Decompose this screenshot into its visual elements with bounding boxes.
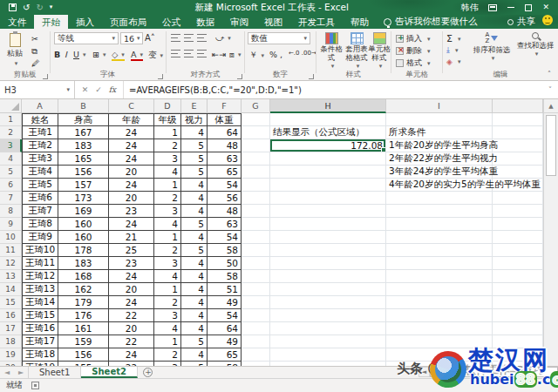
column-header-G[interactable]: G xyxy=(242,99,270,113)
fill-button[interactable]: ⤓▾ xyxy=(446,45,459,55)
orientation-icon[interactable]: ⤻▾ xyxy=(215,33,231,44)
cell[interactable]: 4 xyxy=(154,270,181,283)
cell[interactable]: 王琦15 xyxy=(22,309,58,322)
cell[interactable]: 身高 xyxy=(58,113,109,126)
scroll-up-icon[interactable]: ▲ xyxy=(544,99,558,113)
cell[interactable]: 54 xyxy=(208,309,242,322)
row-header-8[interactable]: 8 xyxy=(0,205,22,218)
cell[interactable]: 1 xyxy=(154,231,181,244)
cell-condition[interactable]: 3年龄24岁的学生平均体重 xyxy=(386,166,493,179)
cell[interactable] xyxy=(242,179,270,192)
cell-condition[interactable]: 4年龄20岁的实力5的学生的平均体重 xyxy=(386,179,493,192)
align-middle-icon[interactable] xyxy=(184,34,194,42)
cell[interactable]: 24 xyxy=(109,270,154,283)
cell[interactable] xyxy=(493,126,543,139)
cell[interactable] xyxy=(242,335,270,348)
spreadsheet-grid[interactable]: ABCDEFGHI1姓名身高年龄年级视力体重2王琦1167241464结果显示（… xyxy=(0,99,543,366)
align-right-icon[interactable] xyxy=(197,50,207,57)
cell[interactable] xyxy=(493,257,543,270)
cell[interactable]: 156 xyxy=(58,166,109,179)
cell[interactable]: 2 xyxy=(154,348,181,362)
cell[interactable]: 姓名 xyxy=(22,113,58,126)
number-format-select[interactable]: 数值▾ xyxy=(248,32,310,44)
clipboard-dialog-launcher[interactable] xyxy=(43,74,48,79)
cell[interactable]: 64 xyxy=(208,126,242,139)
cell[interactable] xyxy=(270,244,386,257)
share-button[interactable]: 共享 xyxy=(507,15,542,29)
cell[interactable]: 24 xyxy=(109,348,154,362)
cell[interactable]: 4 xyxy=(154,166,181,179)
cell[interactable]: 162 xyxy=(58,283,109,296)
cell[interactable]: 169 xyxy=(58,205,109,218)
row-header-7[interactable]: 7 xyxy=(0,192,22,205)
sheet-nav-right-icon[interactable]: ► xyxy=(14,367,28,378)
column-header-D[interactable]: D xyxy=(154,99,181,113)
format-painter-icon[interactable]: 🖉 xyxy=(31,58,40,68)
align-left-icon[interactable] xyxy=(171,50,180,57)
align-top-icon[interactable] xyxy=(171,34,180,42)
cell[interactable]: 1 xyxy=(154,126,181,139)
cell[interactable] xyxy=(493,335,543,348)
cell[interactable]: 1 xyxy=(154,179,181,192)
cell[interactable] xyxy=(270,257,386,270)
tab-ribbon-1[interactable]: 开始 xyxy=(34,15,68,29)
cell[interactable] xyxy=(242,113,270,126)
cell[interactable]: 48 xyxy=(208,205,242,218)
cell[interactable]: 5 xyxy=(181,218,208,231)
row-header-12[interactable]: 12 xyxy=(0,257,22,270)
cell[interactable]: 20 xyxy=(109,322,154,335)
cell[interactable]: 63 xyxy=(208,218,242,231)
cell[interactable]: 24 xyxy=(109,179,154,192)
cell[interactable]: 58 xyxy=(208,244,242,257)
collapse-ribbon-icon[interactable]: ˄ xyxy=(548,71,551,78)
cell[interactable]: 49 xyxy=(208,296,242,309)
horizontal-scrollbar[interactable]: ◄ xyxy=(418,367,558,377)
cell[interactable] xyxy=(270,335,386,348)
cell[interactable] xyxy=(386,113,493,126)
row-header-18[interactable]: 18 xyxy=(0,335,22,348)
vertical-scroll-thumb[interactable] xyxy=(546,115,556,176)
redo-icon[interactable]: ↻ xyxy=(36,3,43,12)
copy-icon[interactable]: ⧉ xyxy=(31,46,37,57)
cell[interactable]: 22 xyxy=(109,309,154,322)
cell[interactable] xyxy=(386,231,493,244)
cell[interactable]: 24 xyxy=(109,218,154,231)
cell[interactable]: 王琦1 xyxy=(22,126,58,139)
cell[interactable]: 5 xyxy=(181,166,208,179)
cell[interactable]: 4 xyxy=(181,126,208,139)
column-header-H[interactable]: H xyxy=(270,99,386,113)
cell[interactable] xyxy=(242,322,270,335)
cell[interactable]: 视力 xyxy=(181,113,208,126)
cell[interactable]: 王琦7 xyxy=(22,205,58,218)
row-header-19[interactable]: 19 xyxy=(0,348,22,362)
cell[interactable] xyxy=(270,205,386,218)
cell-result-label[interactable]: 结果显示（公式区域） xyxy=(270,126,386,139)
cell[interactable] xyxy=(386,270,493,283)
macro-record-icon[interactable] xyxy=(31,382,39,389)
minimize-button[interactable] xyxy=(507,7,514,8)
cell[interactable] xyxy=(493,113,543,126)
cell[interactable] xyxy=(270,152,386,166)
number-dialog-launcher[interactable] xyxy=(309,74,314,79)
cell[interactable] xyxy=(242,126,270,139)
row-header-17[interactable]: 17 xyxy=(0,322,22,335)
column-header-B[interactable]: B xyxy=(58,99,109,113)
cell[interactable]: 3 xyxy=(154,257,181,270)
cell[interactable] xyxy=(270,218,386,231)
cell[interactable] xyxy=(386,218,493,231)
column-header-F[interactable]: F xyxy=(208,99,242,113)
tab-ribbon-8[interactable]: 开发工具 xyxy=(290,15,343,29)
cell[interactable] xyxy=(242,348,270,362)
cell[interactable]: 5 xyxy=(181,152,208,166)
cell[interactable]: 王琦5 xyxy=(22,179,58,192)
cell[interactable]: 王琦8 xyxy=(22,218,58,231)
column-header-A[interactable]: A xyxy=(22,99,58,113)
row-header-16[interactable]: 16 xyxy=(0,309,22,322)
row-header-1[interactable]: 1 xyxy=(0,113,22,126)
fill-color-button[interactable]: ◇▾ xyxy=(112,50,125,59)
row-header-6[interactable]: 6 xyxy=(0,179,22,192)
column-header-C[interactable]: C xyxy=(109,99,154,113)
bold-button[interactable]: B xyxy=(54,50,60,59)
row-header-3[interactable]: 3 xyxy=(0,139,22,152)
cell[interactable] xyxy=(493,231,543,244)
